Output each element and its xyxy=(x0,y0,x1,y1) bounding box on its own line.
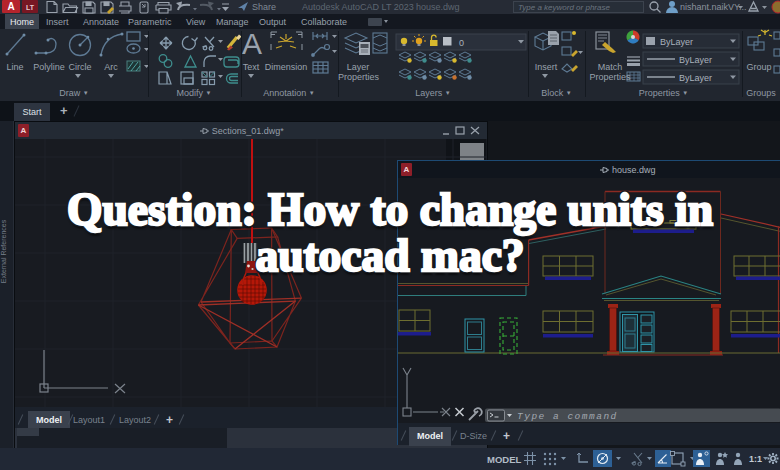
svg-text:LT: LT xyxy=(26,4,35,11)
svg-text:Type a command: Type a command xyxy=(517,411,618,422)
svg-text:1:1: 1:1 xyxy=(749,454,762,464)
svg-text:ByLayer: ByLayer xyxy=(660,37,693,47)
svg-text:0: 0 xyxy=(459,38,464,48)
svg-text:Share: Share xyxy=(252,2,276,12)
svg-text:ByLayer: ByLayer xyxy=(679,55,712,65)
svg-text:A: A xyxy=(7,1,14,12)
svg-text:A: A xyxy=(242,29,262,60)
svg-text:ByLayer: ByLayer xyxy=(679,73,712,83)
